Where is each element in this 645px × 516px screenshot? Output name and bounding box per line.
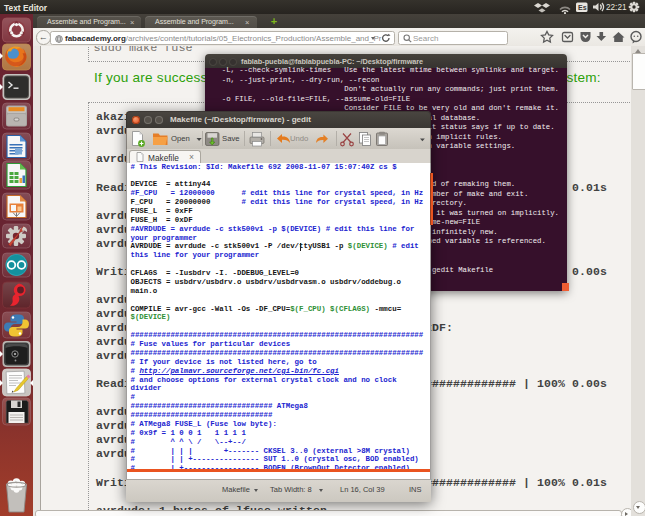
svg-text:Es: Es <box>578 4 587 11</box>
